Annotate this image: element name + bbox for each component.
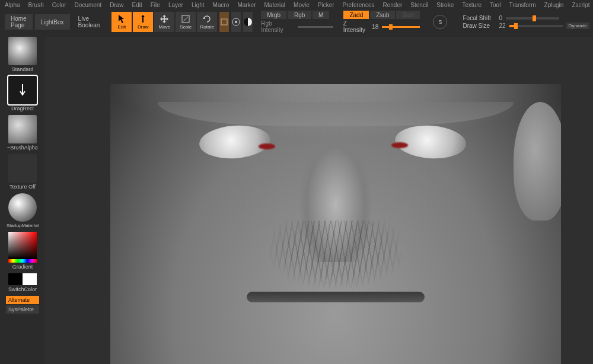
lightbox-button[interactable]: LightBox	[35, 14, 70, 30]
draw-size-value: 22	[499, 23, 505, 29]
hue-strip[interactable]	[8, 259, 37, 263]
draw-size-label: Draw Size	[463, 23, 495, 29]
menu-tool[interactable]: Tool	[490, 2, 500, 8]
menu-brush[interactable]: Brush	[28, 2, 44, 8]
edit-mode-button[interactable]: Edit	[111, 12, 132, 32]
home-page-button[interactable]: Home Page	[5, 14, 33, 30]
transform-icon-group: Edit Draw Move Scale Rotate	[111, 12, 217, 32]
menu-bar: Alpha Brush Color Document Draw Edit Fil…	[0, 0, 593, 9]
menu-color[interactable]: Color	[52, 2, 66, 8]
material-selector[interactable]: StartupMaterial	[6, 193, 39, 231]
menu-document[interactable]: Document	[75, 2, 102, 8]
menu-marker[interactable]: Marker	[237, 2, 256, 8]
z-intensity-value: 18	[372, 24, 378, 30]
syspalette-button[interactable]: SysPalette	[6, 305, 39, 314]
brush-selector[interactable]: Standard	[6, 37, 39, 75]
menu-stroke[interactable]: Stroke	[436, 2, 454, 8]
menu-alpha[interactable]: Alpha	[5, 2, 20, 8]
alternate-button[interactable]: Alternate	[6, 296, 39, 304]
menu-zplugin[interactable]: Zplugin	[544, 2, 564, 8]
viewport-wrap	[45, 37, 593, 364]
sculptris-button[interactable]	[231, 12, 241, 32]
live-boolean-button[interactable]: Live Boolean	[72, 14, 106, 30]
brush-thumb-icon	[8, 37, 37, 65]
svg-marker-0	[119, 15, 124, 23]
gradient-label: Gradient	[12, 264, 33, 270]
color-picker-square[interactable]	[8, 232, 37, 259]
menu-preferences[interactable]: Preferences	[343, 2, 375, 8]
dynamic-button[interactable]: Dynamic	[566, 23, 589, 29]
viewport[interactable]	[110, 84, 561, 364]
svg-rect-3	[221, 19, 227, 25]
zadd-button[interactable]: Zadd	[343, 11, 369, 19]
rgb-intensity-label: Rgb Intensity	[261, 20, 293, 33]
focal-shift-label: Focal Shift	[463, 15, 495, 21]
z-intensity-slider[interactable]	[382, 26, 420, 28]
menu-movie[interactable]: Movie	[294, 2, 310, 8]
menu-stencil[interactable]: Stencil	[410, 2, 428, 8]
switchcolor-label: SwitchColor	[8, 286, 37, 292]
perspective-button[interactable]	[243, 12, 253, 32]
texture-label: Texture Off	[9, 184, 36, 190]
gizmo-button[interactable]	[219, 12, 229, 32]
texture-thumb-icon	[8, 154, 37, 183]
zcut-button[interactable]: Zcut	[396, 11, 420, 19]
svg-point-5	[235, 21, 237, 23]
rgb-button[interactable]: Rgb	[288, 11, 311, 19]
menu-macro[interactable]: Macro	[213, 2, 229, 8]
alpha-label: ~BrushAlpha	[7, 145, 38, 151]
mrgb-button[interactable]: Mrgb	[261, 11, 286, 19]
menu-draw[interactable]: Draw	[110, 2, 123, 8]
rotate-mode-button[interactable]: Rotate	[197, 12, 217, 32]
m-button[interactable]: M	[313, 11, 329, 19]
stroke-label: DragRect	[11, 106, 34, 111]
menu-picker[interactable]: Picker	[318, 2, 334, 8]
draw-size-slider[interactable]	[509, 25, 563, 27]
main-area: Standard DragRect ~BrushAlpha Texture Of…	[0, 34, 593, 364]
material-thumb-icon	[8, 193, 37, 222]
color-swatches[interactable]: SwitchColor	[6, 273, 39, 295]
alpha-selector[interactable]: ~BrushAlpha	[6, 115, 39, 153]
stroke-thumb-icon	[8, 76, 37, 104]
draw-mode-button[interactable]: Draw	[133, 12, 153, 32]
alpha-thumb-icon	[8, 115, 37, 143]
menu-texture[interactable]: Texture	[462, 2, 482, 8]
paint-mode-group: Mrgb Rgb M Zadd Zsub Zcut Rgb Intensity …	[261, 11, 420, 33]
zsub-button[interactable]: Zsub	[370, 11, 395, 19]
material-label: StartupMaterial	[7, 223, 39, 228]
sculpt-head	[110, 84, 561, 364]
brush-label: Standard	[12, 66, 34, 72]
s-icon[interactable]: S	[433, 15, 447, 29]
brush-size-block: S Focal Shift 0 Draw Size 22 Dynamic	[433, 15, 589, 29]
menu-light[interactable]: Light	[192, 2, 205, 8]
menu-zscript[interactable]: Zscript	[572, 2, 589, 8]
menu-edit[interactable]: Edit	[132, 2, 142, 8]
left-sidebar: Standard DragRect ~BrushAlpha Texture Of…	[0, 34, 45, 364]
focal-shift-value: 0	[499, 15, 502, 21]
top-toolbar: Home Page LightBox Live Boolean Edit Dra…	[0, 9, 593, 34]
rgb-intensity-slider[interactable]	[298, 26, 333, 28]
menu-render[interactable]: Render	[383, 2, 403, 8]
menu-material[interactable]: Material	[264, 2, 286, 8]
scale-mode-button[interactable]: Scale	[176, 12, 196, 32]
menu-transform[interactable]: Transform	[509, 2, 535, 8]
color-picker[interactable]: Gradient	[6, 232, 39, 272]
menu-file[interactable]: File	[151, 2, 160, 8]
menu-layer[interactable]: Layer	[168, 2, 183, 8]
z-intensity-label: Z Intensity	[343, 20, 368, 33]
move-mode-button[interactable]: Move	[154, 12, 174, 32]
swatch-pair[interactable]	[8, 273, 37, 285]
focal-shift-slider[interactable]	[506, 17, 559, 20]
stroke-selector[interactable]: DragRect	[6, 76, 39, 114]
texture-selector[interactable]: Texture Off	[6, 154, 39, 192]
